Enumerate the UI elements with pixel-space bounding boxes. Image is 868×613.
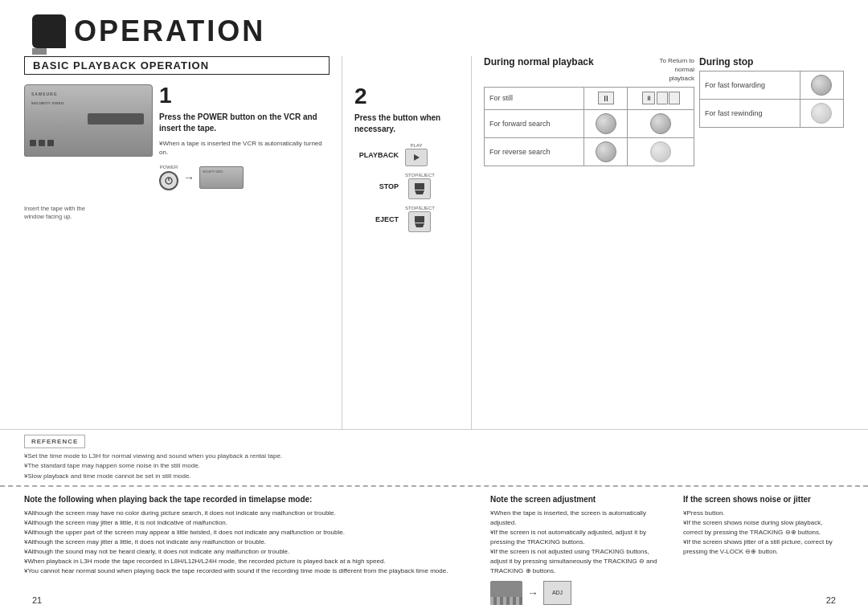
vcr-small — [199, 166, 244, 189]
still-label: For still — [485, 87, 584, 109]
header-icon — [32, 14, 66, 48]
divider-1 — [342, 56, 342, 429]
fast-fwd-label: For fast forwarding — [700, 72, 800, 100]
power-diagram: POWER → — [159, 165, 330, 190]
btn-extra-1 — [657, 92, 668, 104]
step1-title: Press the POWER button on the VCR and in… — [159, 112, 330, 134]
fast-rew-dial — [811, 103, 832, 124]
pb-row-stop: STOP STOP/EJECT — [354, 173, 459, 199]
btn-extra-2 — [669, 92, 680, 104]
vcr-caption: Insert the tape with the window facing u… — [24, 205, 104, 221]
reference-label: REFERENCE — [24, 435, 85, 448]
pause-icon-2: ⏸ — [642, 92, 655, 104]
note-col1-item-2: ¥Although the upper part of the screen m… — [24, 528, 474, 537]
reference-notes: ¥Set the time mode to L3H for normal vie… — [24, 452, 844, 482]
table-row: For forward search — [485, 109, 694, 137]
table-header-normal: During normal playback To Return to norm… — [484, 56, 694, 84]
note-col3-title: If the screen shows noise or jitter — [683, 493, 844, 505]
note-col1-item-4: ¥Although the sound may not be heard cle… — [24, 547, 474, 557]
note-col2-item-0: ¥When the tape is inserted, the screen i… — [490, 509, 667, 528]
header: OPERATION — [0, 0, 868, 56]
left-section: BASIC PLAYBACK OPERATION Insert the tape… — [24, 56, 330, 429]
section-title: BASIC PLAYBACK OPERATION — [24, 56, 330, 75]
step2-number: 2 — [354, 85, 459, 108]
play-btn[interactable] — [405, 149, 428, 166]
note-col-3: If the screen shows noise or jitter ¥Pre… — [683, 493, 844, 605]
rev-search-btn-cell — [584, 137, 628, 166]
main-content: BASIC PLAYBACK OPERATION Insert the tape… — [0, 56, 868, 429]
rev-search-label: For reverse search — [485, 137, 584, 166]
note-col1-item-1: ¥Although the screen may jitter a little… — [24, 518, 474, 528]
during-stop-title: During stop — [699, 56, 844, 67]
fwd-search-label: For forward search — [485, 109, 584, 137]
stop-label-top: STOP/EJECT — [405, 173, 435, 178]
table-row: For fast rewinding — [700, 100, 844, 128]
pb-row-play: PLAYBACK PLAY — [354, 143, 459, 166]
ref-note-1: ¥Set the time mode to L3H for normal vie… — [24, 452, 844, 462]
rev-search-return-btn — [628, 137, 694, 166]
eject-label-top: STOP/EJECT — [405, 206, 435, 210]
eject-btn[interactable] — [408, 211, 431, 232]
dial-fwd-return-icon — [650, 113, 671, 134]
normal-playback-area: During normal playback To Return to norm… — [484, 56, 694, 166]
stop-btn[interactable] — [408, 178, 431, 199]
vcr-btn-1 — [30, 140, 36, 146]
svg-marker-2 — [414, 154, 420, 161]
ref-note-3: ¥Slow playback and time mode cannot be s… — [24, 472, 844, 482]
pause-icon: ⏸ — [598, 92, 614, 104]
tracking-diagram: → ADJ — [490, 581, 667, 605]
step2-section: 2 Press the button when necessary. PLAYB… — [354, 56, 459, 429]
power-label: POWER — [160, 165, 178, 170]
vcr-controls — [30, 140, 54, 146]
return-note: To Return to normal playback — [659, 56, 694, 84]
svg-rect-5 — [415, 216, 424, 223]
note-col2-item-2: ¥If the screen is not adjusted using TRA… — [490, 547, 667, 576]
during-stop-area: During stop For fast forwarding For fas — [699, 56, 844, 128]
fast-fwd-dial — [811, 75, 832, 96]
play-label-top: PLAY — [411, 143, 423, 148]
note-col-1: Note the following when playing back the… — [24, 493, 474, 605]
note-col2-title: Note the screen adjustment — [490, 493, 667, 505]
play-btn-stack: PLAY — [405, 143, 428, 166]
eject-btn-stack: STOP/EJECT — [405, 206, 435, 232]
note-col3-item-1: ¥If the screen shows noise during slow p… — [683, 518, 844, 537]
vcr-btn-2 — [39, 140, 45, 146]
note-col2-item-1: ¥If the screen is not automatically adju… — [490, 528, 667, 547]
bottom-notes: Note the following when playing back the… — [0, 485, 868, 613]
page-number-left: 21 — [32, 595, 42, 605]
dial-rev-icon — [596, 141, 616, 162]
note-col1-item-6: ¥You cannot hear normal sound when playi… — [24, 566, 474, 576]
pb-label-stop: STOP — [354, 182, 399, 190]
fast-fwd-btn — [800, 72, 843, 100]
power-btn — [159, 171, 178, 190]
svg-marker-4 — [415, 190, 424, 194]
tracking-img-1 — [490, 581, 522, 605]
step1-number: 1 — [159, 84, 330, 107]
fast-rew-label: For fast rewinding — [700, 100, 800, 128]
right-section: During normal playback To Return to norm… — [484, 56, 844, 429]
during-stop-table: For fast forwarding For fast rewinding — [699, 71, 844, 128]
page-title: OPERATION — [74, 14, 265, 48]
step1-arrow: → — [183, 171, 194, 184]
tracking-img-2: ADJ — [543, 581, 571, 605]
pb-label-eject: EJECT — [354, 215, 399, 223]
note-col3-item-2: ¥If the screen shows jitter of a still p… — [683, 537, 844, 557]
pb-label-playback: PLAYBACK — [354, 151, 399, 159]
pb-row-eject: EJECT STOP/EJECT — [354, 206, 459, 232]
right-top: During normal playback To Return to norm… — [484, 56, 844, 166]
note-col1-item-0: ¥Although the screen may have no color d… — [24, 509, 474, 518]
note-col1-item-5: ¥When playback in L3H mode the tape reco… — [24, 557, 474, 566]
note-col3-item-0: ¥Press button. — [683, 509, 844, 518]
page-number-right: 22 — [826, 595, 836, 605]
note-col-2: Note the screen adjustment ¥When the tap… — [490, 493, 667, 605]
table-row: For reverse search — [485, 137, 694, 166]
fwd-search-return-btn — [628, 109, 694, 137]
dial-fwd-icon — [596, 113, 616, 134]
normal-playback-table: For still ⏸ ⏸ — [484, 87, 694, 166]
playback-buttons: PLAYBACK PLAY STOP STOP/EJECT — [354, 143, 459, 232]
note-col1-title: Note the following when playing back the… — [24, 493, 474, 505]
vcr-btn-3 — [47, 140, 54, 146]
ref-note-2: ¥The standard tape may happen some noise… — [24, 461, 844, 472]
normal-playback-title: During normal playback — [484, 56, 594, 67]
fwd-search-btn-cell — [584, 109, 628, 137]
